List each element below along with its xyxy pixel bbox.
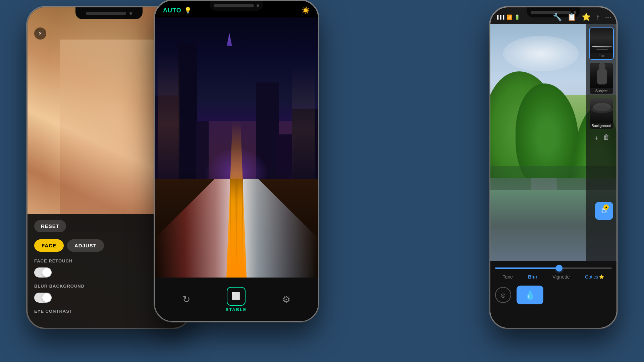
city-photo bbox=[155, 17, 318, 278]
slider-thumb[interactable] bbox=[556, 265, 562, 272]
thumb-actions: ＋ 🗑 bbox=[593, 133, 610, 142]
wifi-icon: 📶 bbox=[506, 14, 512, 20]
thumb-subject[interactable]: Subject bbox=[589, 62, 614, 95]
add-thumb-button[interactable]: ＋ bbox=[593, 133, 600, 142]
tools-icon[interactable]: 🔧 bbox=[553, 13, 562, 21]
notch-pill-left bbox=[86, 12, 126, 15]
delete-thumb-button[interactable]: 🗑 bbox=[603, 133, 610, 142]
phone-center: AUTO 💡 ☀️ bbox=[154, 0, 319, 322]
center-status-bar: AUTO 💡 ☀️ bbox=[155, 1, 318, 17]
city-photo-content: AUTO 💡 ☀️ bbox=[155, 1, 318, 321]
auto-text: AUTO bbox=[163, 7, 181, 14]
stable-label: STABLE bbox=[225, 307, 247, 312]
battery-icon: 🔋 bbox=[514, 14, 520, 20]
park-photo-content: ▐▐▐ 📶 🔋 🔧 📋 ⭐ ↑ ··· bbox=[490, 7, 616, 328]
thumb-subject-img bbox=[590, 63, 614, 88]
notch-left bbox=[75, 7, 143, 19]
stable-icon: ⬜ bbox=[231, 292, 240, 301]
thumb-background[interactable]: Background bbox=[589, 97, 614, 129]
bottom-center-controls: ↻ ⬜ STABLE ⚙ bbox=[155, 278, 318, 321]
power-btn-center bbox=[318, 61, 319, 81]
favorites-star-icon[interactable]: ⭐ bbox=[582, 13, 591, 21]
stable-button[interactable]: ⬜ STABLE bbox=[225, 287, 247, 312]
water-drop-icon: 💧 bbox=[525, 290, 535, 300]
close-icon: × bbox=[39, 31, 42, 37]
signal-icon: ▐▐▐ bbox=[496, 15, 504, 19]
thumb-bg-img bbox=[590, 98, 614, 123]
auto-label: AUTO 💡 bbox=[163, 7, 192, 14]
bottom-icons-row: ↻ ⬜ STABLE ⚙ bbox=[155, 287, 318, 312]
adjust-tab[interactable]: ADJUST bbox=[67, 239, 104, 252]
bottom-icons-right: ◎ 💧 bbox=[495, 284, 612, 304]
layers-badge: ★ bbox=[603, 204, 609, 210]
vignette-tab[interactable]: Vignette bbox=[552, 274, 570, 280]
refresh-icon[interactable]: ↻ bbox=[182, 294, 190, 305]
tone-tab[interactable]: Tone bbox=[503, 274, 513, 280]
background-label: Background bbox=[590, 123, 613, 129]
water-drop-button[interactable]: 💧 bbox=[517, 286, 543, 304]
thumb-full[interactable]: Full bbox=[589, 27, 614, 60]
bottom-right-controls: Tone Blur Vignette Optics ⭐ ◎ 💧 bbox=[490, 261, 616, 328]
layers-panel-icon[interactable]: 📋 bbox=[567, 13, 576, 21]
optics-star-icon: ⭐ bbox=[599, 275, 604, 279]
status-icons: ▐▐▐ 📶 🔋 bbox=[496, 14, 520, 20]
layers-button[interactable]: ⧉ ★ bbox=[595, 202, 613, 220]
radial-option-icon[interactable]: ◎ bbox=[495, 287, 511, 303]
blur-slider[interactable] bbox=[495, 267, 612, 269]
share-icon[interactable]: ↑ bbox=[596, 13, 600, 21]
lightbulb-icon: 💡 bbox=[184, 7, 192, 14]
thumb-full-img bbox=[590, 28, 614, 53]
stable-icon-box: ⬜ bbox=[227, 287, 246, 306]
layers-icon: ⧉ ★ bbox=[601, 206, 607, 215]
speaker-dot-left bbox=[129, 12, 132, 15]
face-tab[interactable]: FACE bbox=[34, 239, 64, 252]
toolbar-icons: 🔧 📋 ⭐ ↑ ··· bbox=[553, 13, 611, 21]
blur-bg-toggle[interactable] bbox=[34, 293, 52, 303]
power-btn-right bbox=[616, 68, 617, 88]
tab-bar-right: Tone Blur Vignette Optics ⭐ bbox=[495, 273, 612, 284]
slider-row bbox=[495, 265, 612, 273]
optics-label: Optics bbox=[585, 274, 598, 280]
right-top-bar: ▐▐▐ 📶 🔋 🔧 📋 ⭐ ↑ ··· bbox=[490, 7, 616, 24]
blur-tab[interactable]: Blur bbox=[528, 274, 537, 280]
optics-tab[interactable]: Optics ⭐ bbox=[585, 274, 604, 280]
reset-button[interactable]: RESET bbox=[34, 220, 66, 232]
subject-label: Subject bbox=[590, 88, 613, 94]
more-options-icon[interactable]: ··· bbox=[605, 13, 611, 21]
face-retouch-toggle[interactable] bbox=[34, 267, 52, 278]
phone-right: ▐▐▐ 📶 🔋 🔧 📋 ⭐ ↑ ··· bbox=[490, 7, 617, 328]
full-label: Full bbox=[590, 53, 613, 59]
close-button[interactable]: × bbox=[34, 27, 46, 40]
brightness-icon: ☀️ bbox=[302, 6, 310, 14]
slider-fill bbox=[495, 267, 559, 269]
right-panel: Full Subject Background bbox=[586, 24, 616, 261]
settings-icon[interactable]: ⚙ bbox=[282, 294, 290, 305]
